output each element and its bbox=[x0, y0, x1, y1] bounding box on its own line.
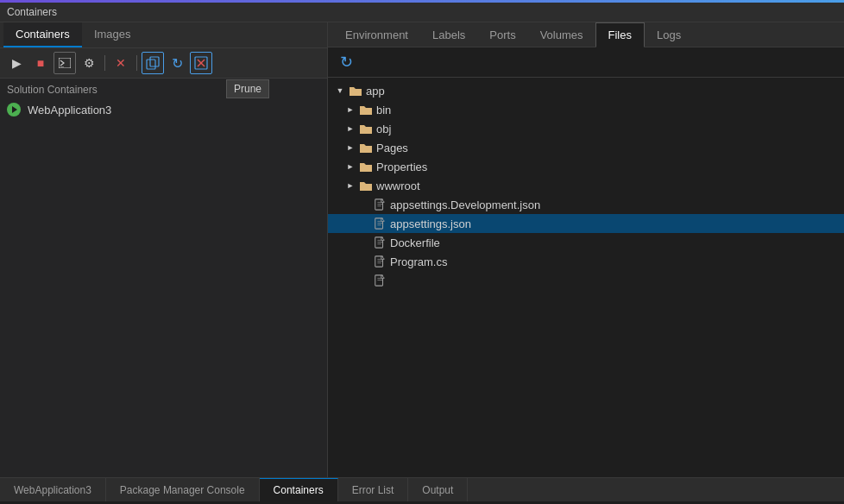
folder-icon-wwwroot bbox=[359, 179, 373, 192]
tab-environment[interactable]: Environment bbox=[333, 23, 420, 47]
file-tree: app bin obj bbox=[328, 78, 844, 477]
right-panel: Environment Labels Ports Volumes Files L… bbox=[328, 22, 844, 477]
tab-logs[interactable]: Logs bbox=[645, 23, 693, 47]
item-label-appsettings-dev: appsettings.Development.json bbox=[390, 198, 540, 211]
tree-item-properties[interactable]: Properties bbox=[328, 157, 844, 176]
item-label-dockerfile: Dockerfile bbox=[390, 236, 440, 249]
running-indicator bbox=[7, 103, 21, 117]
file-icon-programcs bbox=[373, 255, 387, 268]
file-icon-appsettings-dev bbox=[373, 198, 387, 211]
tree-item-appsettings-dev[interactable]: appsettings.Development.json bbox=[328, 195, 844, 214]
tab-ports[interactable]: Ports bbox=[477, 23, 527, 47]
left-toolbar: ▶ ■ _ ⚙ ✕ bbox=[0, 48, 327, 79]
folder-icon-properties bbox=[359, 160, 373, 173]
tree-item-obj[interactable]: obj bbox=[328, 119, 844, 138]
tree-item-programcs[interactable]: Program.cs bbox=[328, 252, 844, 271]
right-toolbar: ↻ bbox=[328, 47, 844, 78]
svg-rect-2 bbox=[147, 60, 155, 69]
prune-button[interactable] bbox=[190, 52, 212, 74]
folder-icon-bin bbox=[359, 103, 373, 117]
expand-arrow-dockerfile bbox=[359, 237, 369, 248]
expand-arrow-more bbox=[359, 275, 369, 286]
bottom-tab-errorlist[interactable]: Error List bbox=[338, 478, 409, 501]
delete-button[interactable]: ✕ bbox=[110, 52, 132, 74]
expand-arrow-app bbox=[335, 85, 345, 96]
item-label-obj: obj bbox=[376, 123, 391, 135]
container-item-webapplication3[interactable]: WebApplication3 bbox=[0, 99, 327, 120]
tree-item-app[interactable]: app bbox=[328, 81, 844, 100]
file-icon-appsettings bbox=[373, 217, 387, 230]
tab-containers[interactable]: Containers bbox=[3, 22, 82, 47]
tree-item-more[interactable] bbox=[328, 271, 844, 290]
content-area: Containers Images ▶ ■ _ bbox=[0, 22, 844, 477]
expand-arrow-appsettings bbox=[359, 218, 369, 229]
item-label-bin: bin bbox=[376, 104, 391, 117]
file-icon-dockerfile bbox=[373, 236, 387, 249]
files-refresh-button[interactable]: ↻ bbox=[335, 51, 357, 73]
container-name: WebApplication3 bbox=[28, 104, 111, 117]
left-panel: Containers Images ▶ ■ _ bbox=[0, 22, 328, 477]
toolbar-separator-2 bbox=[136, 55, 137, 71]
folder-icon-pages bbox=[359, 141, 373, 154]
item-label-wwwroot: wwwroot bbox=[376, 180, 420, 192]
item-label-properties: Properties bbox=[376, 161, 427, 173]
folder-icon-app bbox=[349, 84, 362, 98]
item-label-pages: Pages bbox=[376, 142, 408, 154]
app-container: Containers Containers Images ▶ ■ bbox=[0, 0, 844, 501]
bottom-tab-output[interactable]: Output bbox=[408, 478, 468, 501]
tree-item-dockerfile[interactable]: Dockerfile bbox=[328, 233, 844, 252]
right-tab-bar: Environment Labels Ports Volumes Files L… bbox=[328, 22, 844, 47]
bottom-tab-bar: WebApplication3 Package Manager Console … bbox=[0, 477, 844, 501]
tree-item-bin[interactable]: bin bbox=[328, 100, 844, 119]
tree-item-pages[interactable]: Pages bbox=[328, 138, 844, 157]
expand-arrow-bin bbox=[345, 104, 356, 115]
tab-volumes[interactable]: Volumes bbox=[528, 23, 595, 47]
tab-images[interactable]: Images bbox=[82, 22, 143, 47]
expand-arrow-pages bbox=[345, 142, 356, 153]
expand-arrow-properties bbox=[345, 161, 356, 172]
copy-button[interactable] bbox=[142, 52, 164, 74]
item-label-app: app bbox=[366, 85, 385, 98]
tab-files[interactable]: Files bbox=[595, 22, 645, 47]
play-button[interactable]: ▶ bbox=[5, 52, 28, 74]
expand-arrow-wwwroot bbox=[345, 180, 356, 191]
bottom-tab-packagemanager[interactable]: Package Manager Console bbox=[106, 478, 260, 501]
solution-section-label: Solution Containers bbox=[0, 79, 327, 99]
bottom-tab-webapplication3[interactable]: WebApplication3 bbox=[0, 478, 106, 501]
refresh-button[interactable]: ↻ bbox=[166, 52, 188, 74]
expand-arrow-appsettings-dev bbox=[359, 199, 369, 210]
bottom-tab-containers[interactable]: Containers bbox=[260, 478, 338, 501]
stop-button[interactable]: ■ bbox=[29, 52, 52, 74]
tree-item-appsettings[interactable]: appsettings.json bbox=[328, 214, 844, 233]
item-label-appsettings: appsettings.json bbox=[390, 217, 471, 230]
settings-button[interactable]: ⚙ bbox=[78, 52, 100, 74]
file-icon-more bbox=[373, 274, 387, 287]
left-tab-bar: Containers Images bbox=[0, 22, 327, 48]
svg-rect-3 bbox=[150, 57, 159, 66]
title-label: Containers bbox=[7, 6, 57, 18]
terminal-button[interactable]: _ bbox=[54, 52, 76, 74]
tab-labels[interactable]: Labels bbox=[420, 23, 477, 47]
item-label-programcs: Program.cs bbox=[390, 255, 447, 268]
expand-arrow-obj bbox=[345, 123, 356, 134]
title-bar: Containers bbox=[0, 3, 844, 22]
tree-item-wwwroot[interactable]: wwwroot bbox=[328, 176, 844, 195]
expand-arrow-programcs bbox=[359, 256, 369, 267]
toolbar-separator bbox=[104, 55, 105, 71]
folder-icon-obj bbox=[359, 122, 373, 135]
